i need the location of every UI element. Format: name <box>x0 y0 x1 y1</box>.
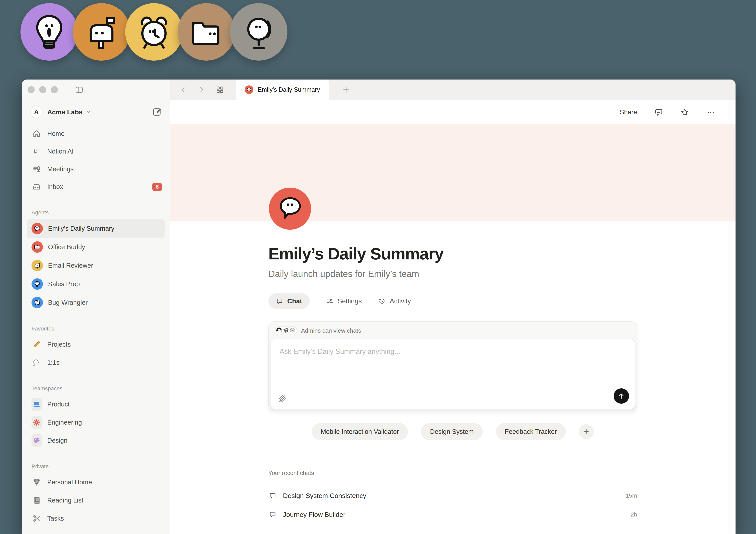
sidebar-item-label: Engineering <box>47 419 82 426</box>
sidebar-item-personal-home[interactable]: Personal Home <box>22 473 170 491</box>
recent-chat-design-system-consistency[interactable]: Design System Consistency 15m <box>268 486 637 505</box>
chip-feedback-tracker[interactable]: Feedback Tracker <box>496 423 566 440</box>
section-header-agents[interactable]: Agents <box>22 209 170 216</box>
add-suggestion-button[interactable] <box>579 424 594 439</box>
mailbox-doodle-avatar <box>73 3 130 61</box>
tab-chat[interactable]: Chat <box>268 293 310 309</box>
chat-panel: Admins can view chats Ask Emily’s Daily … <box>268 321 637 411</box>
pizza-icon <box>32 478 42 487</box>
admins-bar: Admins can view chats <box>269 322 637 339</box>
sidebar-item-1-1s[interactable]: 1:1s <box>22 354 170 372</box>
sidebar-item-inbox[interactable]: Inbox 8 <box>22 178 170 196</box>
chevron-down-icon <box>86 109 91 115</box>
tab-settings[interactable]: Settings <box>326 297 362 305</box>
recent-chat-title: Design System Consistency <box>283 492 366 499</box>
minimize-window-button[interactable] <box>39 86 46 93</box>
recent-chat-journey-flow-builder[interactable]: Journey Flow Builder 2h <box>268 505 637 524</box>
new-page-button[interactable] <box>152 107 162 117</box>
history-nav <box>170 80 236 100</box>
alarm-clock-icon <box>135 13 173 51</box>
attachment-paperclip-icon[interactable] <box>278 394 287 403</box>
admins-note: Admins can view chats <box>301 327 361 334</box>
sidebar-item-projects[interactable]: Projects <box>22 335 170 354</box>
chat-input[interactable]: Ask Emily’s Daily Summary anything... <box>270 339 635 409</box>
sidebar-item-label: Meetings <box>47 165 74 173</box>
sidebar-item-label: Office Buddy <box>48 243 85 251</box>
close-window-button[interactable] <box>28 86 35 93</box>
globe-agent-icon <box>32 278 43 290</box>
section-header-private[interactable]: Private <box>22 463 170 469</box>
sidebar-item-engineering[interactable]: Engineering <box>22 414 170 432</box>
send-button[interactable] <box>614 388 629 404</box>
sliders-icon <box>326 297 334 305</box>
tab-overview-grid-icon[interactable] <box>216 85 224 94</box>
share-button[interactable]: Share <box>620 108 637 116</box>
recent-chat-time: 2h <box>631 511 637 518</box>
favorite-star-icon[interactable] <box>680 108 689 117</box>
new-tab-button[interactable] <box>342 80 350 100</box>
sidebar-item-tasks[interactable]: Tasks <box>22 509 170 527</box>
inbox-icon <box>32 182 42 191</box>
sidebar-item-label: 1:1s <box>47 359 60 366</box>
meetings-icon <box>32 165 42 174</box>
sidebar-item-product[interactable]: Product <box>22 395 170 414</box>
sidebar-item-bug-wrangler[interactable]: Bug Wrangler <box>27 293 165 312</box>
sidebar-item-label: Emily’s Daily Summary <box>48 225 114 232</box>
speech-bubble-agent-icon <box>32 223 43 234</box>
sidebar-item-reading-list[interactable]: Reading List <box>22 491 170 509</box>
plus-icon <box>583 428 590 435</box>
zoom-window-button[interactable] <box>51 86 58 93</box>
sidebar-item-label: Notion AI <box>47 147 74 155</box>
chat-input-placeholder: Ask Emily’s Daily Summary anything... <box>271 339 635 364</box>
recent-chat-time: 15m <box>626 492 637 499</box>
more-options-icon[interactable] <box>706 108 715 117</box>
notion-ai-icon <box>32 147 42 156</box>
admin-avatar-3 <box>288 326 297 335</box>
page-avatar-speech-bubble[interactable] <box>269 188 311 230</box>
sidebar-item-design[interactable]: Design <box>22 432 170 450</box>
arrow-up-icon <box>617 392 625 400</box>
workspace-switcher[interactable]: A Acme Labs <box>22 100 170 120</box>
sidebar-item-meetings[interactable]: Meetings <box>22 160 170 178</box>
speech-bubble-page-icon <box>245 85 254 94</box>
sidebar-item-label: Home <box>47 130 65 137</box>
window-controls <box>22 80 170 100</box>
lightbulb-doodle-avatar <box>20 3 78 61</box>
forward-icon[interactable] <box>198 86 205 94</box>
scissors-icon <box>32 514 42 523</box>
section-header-teamspaces[interactable]: Teamspaces <box>22 386 170 392</box>
sidebar-item-email-reviewer[interactable]: Email Reviewer <box>27 256 165 275</box>
chat-bubble-icon <box>276 297 283 305</box>
recent-chats-list: Design System Consistency 15m Journey Fl… <box>268 486 637 524</box>
sidebar-item-notion-ai[interactable]: Notion AI <box>22 143 170 160</box>
sidebar-item-sales-prep[interactable]: Sales Prep <box>27 275 165 293</box>
tab-strip: Emily’s Daily Summary <box>170 80 736 100</box>
comments-icon[interactable] <box>654 108 663 117</box>
page-toolbar: Share <box>170 100 736 124</box>
back-icon[interactable] <box>179 86 187 94</box>
chip-mobile-interaction-validator[interactable]: Mobile Interaction Validator <box>312 423 408 440</box>
folder-icon <box>187 13 226 51</box>
tab-activity[interactable]: Activity <box>378 297 411 305</box>
tab-emilys-daily-summary[interactable]: Emily’s Daily Summary <box>236 80 329 100</box>
page-title[interactable]: Emily’s Daily Summary <box>268 244 637 263</box>
page-subtitle[interactable]: Daily launch updates for Emily’s team <box>268 268 637 279</box>
section-header-favorites[interactable]: Favorites <box>22 326 170 332</box>
activity-clock-icon <box>378 297 386 305</box>
chip-design-system[interactable]: Design System <box>421 423 483 440</box>
recent-chats-heading: Your recent chats <box>268 469 637 476</box>
folder-doodle-avatar <box>177 3 235 61</box>
sidebar-item-office-buddy[interactable]: Office Buddy <box>27 238 165 256</box>
workspace-avatar: A <box>30 106 42 118</box>
page-cover-banner <box>170 124 736 222</box>
laptop-icon <box>32 398 42 411</box>
view-tabs: Chat Settings Activity <box>268 293 637 309</box>
mailbox-icon <box>82 13 121 51</box>
sidebar-item-emilys-daily-summary[interactable]: Emily’s Daily Summary <box>27 219 165 238</box>
collapse-sidebar-icon[interactable] <box>75 85 84 94</box>
globe-icon <box>239 13 278 51</box>
sidebar: A Acme Labs Home <box>22 80 170 534</box>
sidebar-item-label: Personal Home <box>47 478 92 486</box>
tab-title: Emily’s Daily Summary <box>258 86 320 93</box>
sidebar-item-home[interactable]: Home <box>22 125 170 143</box>
